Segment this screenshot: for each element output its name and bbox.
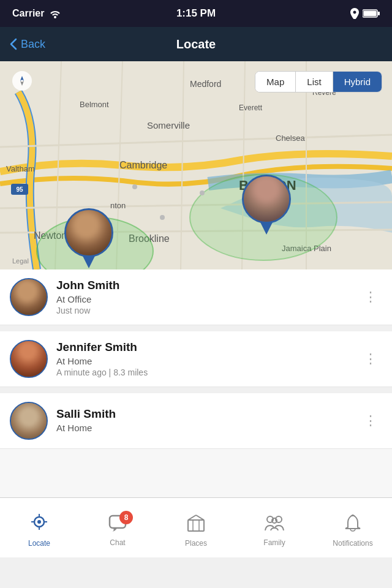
svg-point-30: [132, 184, 137, 189]
svg-text:Valtham: Valtham: [6, 164, 35, 173]
person-location-jennifer: At Home: [56, 356, 350, 366]
places-icon: [187, 514, 205, 537]
tab-family[interactable]: Family: [235, 498, 314, 557]
svg-text:95: 95: [16, 186, 23, 193]
person-name-jennifer: Jennifer Smith: [56, 341, 350, 354]
tab-locate-label: Locate: [28, 539, 50, 548]
person-time-john: Just now: [56, 306, 350, 315]
svg-text:Legal: Legal: [12, 257, 29, 265]
person-info-john: John Smith At Office Just now: [56, 279, 350, 315]
svg-line-45: [196, 515, 204, 520]
separator-2: [0, 387, 392, 393]
list-view-button[interactable]: List: [296, 72, 333, 92]
svg-rect-2: [378, 12, 380, 15]
person-info-salli: Salli Smith At Home: [56, 407, 350, 434]
person-name-salli: Salli Smith: [56, 407, 350, 421]
svg-text:Somerville: Somerville: [147, 120, 190, 130]
compass-icon: [12, 71, 32, 91]
svg-text:Chelsea: Chelsea: [276, 134, 305, 143]
person-item-salli[interactable]: Salli Smith At Home ⋮: [0, 393, 392, 449]
back-label: Back: [21, 38, 45, 51]
carrier-label: Carrier: [12, 8, 44, 19]
tab-family-label: Family: [263, 538, 285, 547]
chat-badge: 8: [119, 511, 133, 524]
tab-chat[interactable]: 8 Chat: [78, 498, 157, 557]
battery-icon: [363, 9, 380, 18]
avatar-john: [10, 278, 48, 316]
map-view[interactable]: 95 Medford Everett Revere Belmont Somerv…: [0, 61, 392, 270]
separator-1: [0, 325, 392, 331]
nav-bar: Back Locate: [0, 27, 392, 61]
person-location-salli: At Home: [56, 423, 350, 433]
map-view-button[interactable]: Map: [255, 72, 296, 92]
tab-places-label: Places: [185, 539, 207, 548]
svg-line-44: [188, 515, 196, 520]
tab-locate[interactable]: Locate: [0, 498, 78, 557]
family-icon: [264, 514, 285, 536]
svg-text:Medford: Medford: [190, 79, 221, 89]
map-avatar-jennifer: [242, 175, 291, 224]
status-bar: Carrier 1:15 PM: [0, 0, 392, 27]
person-item-jennifer[interactable]: Jennifer Smith At Home A minute ago | 8.…: [0, 331, 392, 387]
svg-text:Cambridge: Cambridge: [119, 160, 167, 170]
svg-point-36: [37, 520, 41, 524]
svg-rect-43: [193, 520, 199, 531]
status-time: 1:15 PM: [176, 7, 216, 20]
person-location-john: At Office: [56, 294, 350, 304]
person-more-john[interactable]: ⋮: [359, 284, 382, 310]
notifications-icon: [344, 514, 361, 537]
tab-notifications-label: Notifications: [333, 539, 372, 548]
tab-notifications[interactable]: Notifications: [314, 498, 392, 557]
person-list: John Smith At Office Just now ⋮ Jennifer…: [0, 270, 392, 497]
back-button[interactable]: Back: [10, 38, 45, 51]
svg-text:Belmont: Belmont: [80, 100, 109, 109]
page-title: Locate: [176, 37, 216, 51]
status-right: [350, 8, 380, 19]
status-left: Carrier: [12, 8, 61, 19]
location-icon: [350, 8, 359, 19]
svg-point-31: [200, 190, 205, 195]
person-info-jennifer: Jennifer Smith At Home A minute ago | 8.…: [56, 341, 350, 377]
person-time-jennifer: A minute ago | 8.3 miles: [56, 368, 350, 377]
svg-rect-1: [364, 11, 377, 17]
person-more-salli[interactable]: ⋮: [359, 408, 382, 434]
tab-places[interactable]: Places: [157, 498, 235, 557]
tab-bar: Locate 8 Chat Places: [0, 497, 392, 557]
svg-point-32: [160, 215, 165, 220]
tab-chat-label: Chat: [110, 538, 125, 547]
svg-rect-42: [188, 520, 204, 531]
map-avatar-john: [64, 208, 113, 257]
chat-icon: 8: [108, 514, 127, 536]
wifi-icon: [49, 9, 61, 18]
svg-marker-33: [20, 76, 24, 81]
person-more-jennifer[interactable]: ⋮: [359, 346, 382, 372]
locate-icon: [30, 514, 48, 537]
hybrid-view-button[interactable]: Hybrid: [333, 72, 382, 92]
avatar-jennifer: [10, 340, 48, 378]
person-name-john: John Smith: [56, 279, 350, 292]
map-pin-jennifer[interactable]: [242, 175, 291, 235]
svg-text:Everett: Everett: [239, 104, 263, 112]
map-background: 95 Medford Everett Revere Belmont Somerv…: [0, 61, 392, 270]
person-item-john[interactable]: John Smith At Office Just now ⋮: [0, 270, 392, 325]
map-controls[interactable]: Map List Hybrid: [255, 71, 382, 92]
map-pin-john[interactable]: [64, 208, 113, 268]
avatar-salli: [10, 402, 48, 440]
svg-marker-34: [20, 81, 24, 86]
